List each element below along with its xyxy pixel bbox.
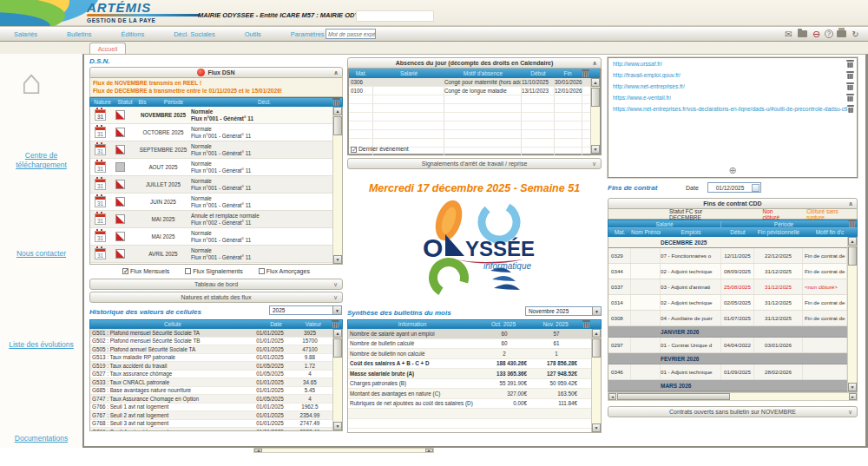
- flux-dsn-panel-header[interactable]: Flux DSN ∧: [89, 67, 343, 78]
- delete-column[interactable]: [846, 220, 857, 228]
- table-row[interactable]: G768 : Seuil 3 avt nat logement01/01/202…: [90, 420, 332, 429]
- table-row[interactable]: G685 : Base avantages nature nourriture0…: [90, 387, 332, 396]
- print-icon[interactable]: [836, 29, 847, 39]
- password-input[interactable]: [326, 29, 376, 39]
- expand-icon[interactable]: ∨: [333, 281, 338, 288]
- horizontal-scrollbar[interactable]: ◄►: [608, 392, 858, 401]
- table-row[interactable]: Nombre de bulletin non calculé21: [348, 349, 591, 359]
- help-icon[interactable]: ?: [825, 30, 833, 38]
- collapse-icon[interactable]: ∧: [592, 60, 597, 67]
- trash-icon[interactable]: [332, 320, 339, 328]
- trash-icon[interactable]: [849, 220, 855, 227]
- month-select[interactable]: Novembre 2025▼: [525, 306, 602, 316]
- sidebar-link-telechargement[interactable]: Centre de téléchargement: [0, 151, 82, 170]
- vertical-scrollbar[interactable]: ▲▼: [591, 329, 601, 432]
- natures-statuts-bar[interactable]: Natures et statuts des flux∨: [89, 292, 343, 303]
- trash-icon[interactable]: [847, 82, 853, 90]
- table-row[interactable]: G505 : Plafond annuel Sécurité Sociale T…: [90, 345, 332, 354]
- trash-icon[interactable]: [848, 105, 853, 113]
- checkbox-icon[interactable]: [259, 268, 265, 274]
- chevron-down-icon[interactable]: ▼: [592, 307, 601, 315]
- content-horizontal-scrollbar[interactable]: ◄ ►: [253, 448, 434, 453]
- sidebar-link-contacter[interactable]: Nous contacter: [0, 249, 82, 259]
- col-mat[interactable]: Mat.: [608, 229, 631, 235]
- chevron-down-icon[interactable]: ▼: [332, 306, 341, 314]
- collapse-icon[interactable]: ∧: [848, 200, 853, 207]
- plus-icon[interactable]: ⊕: [728, 165, 736, 175]
- menu-parametres[interactable]: Paramètres: [291, 30, 325, 38]
- table-row[interactable]: 034402 - Adjoint technique08/09/202531/1…: [608, 264, 847, 279]
- table-row[interactable]: 031402 - Adjoint technique02/05/202531/1…: [608, 295, 847, 311]
- absences-panel-header[interactable]: Absences du jour (décompte des droits en…: [347, 57, 602, 69]
- trash-icon[interactable]: [847, 94, 853, 102]
- expand-icon[interactable]: ∨: [592, 161, 596, 167]
- col-motif[interactable]: Motif d'absence: [444, 70, 522, 76]
- filter-flux-amorcages[interactable]: Flux Amorçages: [259, 268, 310, 275]
- table-row[interactable]: 31NOVEMBRE 2025NormaleFlux n°001 - Génér…: [90, 107, 332, 124]
- tableau-de-bord-bar[interactable]: Tableau de bord∨: [89, 279, 343, 290]
- contrats-ouverts-bar[interactable]: Contrats ouverts sans bulletin sur NOVEM…: [608, 406, 858, 417]
- col-mat[interactable]: Mat.: [349, 70, 373, 76]
- table-row[interactable]: 31OCTOBRE 2025NormaleFlux n°001 - Généra…: [90, 124, 332, 141]
- table-row[interactable]: 0306Congé pour maternité (hors adop11/10…: [349, 78, 590, 87]
- table-row[interactable]: 029701 - Contrat Unique d04/04/202203/01…: [608, 338, 847, 353]
- folder-icon[interactable]: [797, 29, 808, 39]
- table-row[interactable]: G766 : Seuil 1 avt nat logement01/01/202…: [90, 404, 332, 412]
- refresh-icon[interactable]: ↻: [850, 29, 861, 39]
- menu-decl-sociales[interactable]: Décl. Sociales: [174, 30, 215, 38]
- table-row[interactable]: G502 : Plafond mensuel Sécurité Sociale …: [90, 338, 332, 346]
- fins-cdd-header[interactable]: Fins de contrat CDD ∧: [608, 198, 858, 209]
- col-emplois[interactable]: Emplois: [661, 229, 721, 235]
- table-row[interactable]: G519 : Taux accident du travail01/05/202…: [90, 362, 332, 371]
- table-row[interactable]: 032907 - Fonctionnaires o12/11/202522/12…: [608, 248, 847, 264]
- col-debut[interactable]: Début: [522, 70, 555, 76]
- vertical-scrollbar[interactable]: ▲▼: [847, 237, 857, 391]
- calendar-picker-icon[interactable]: [752, 184, 760, 192]
- table-row[interactable]: Nombre de salarié ayant un emploi6057: [348, 329, 591, 339]
- checkbox-checked-icon[interactable]: [351, 147, 357, 153]
- date-input[interactable]: 01/12/2025: [707, 182, 761, 193]
- expand-icon[interactable]: ∨: [333, 294, 338, 301]
- table-row[interactable]: 034601 - Adjoint technique01/09/202528/0…: [608, 364, 847, 380]
- trash-icon[interactable]: [582, 69, 589, 77]
- menu-salaries[interactable]: Salariés: [14, 30, 37, 38]
- table-row[interactable]: G501 : Plafond mensuel Sécurité Sociale …: [90, 329, 332, 338]
- delete-column[interactable]: [331, 98, 342, 107]
- table-row[interactable]: 31MAI 2025Annule et remplace normaleFlux…: [90, 211, 332, 228]
- trash-icon[interactable]: [847, 60, 853, 68]
- table-row[interactable]: Montant des avantages en nature (C)327.0…: [348, 389, 591, 399]
- col-nom-prenom[interactable]: Nom Prénom: [631, 229, 661, 235]
- sidebar-link-documentations[interactable]: Documentations: [0, 434, 82, 443]
- table-row[interactable]: G747 : Taux Assurance Chomage en Option0…: [90, 395, 332, 404]
- col-fin-previsionnelle[interactable]: Fin pévisionnelle: [754, 229, 803, 235]
- table-row[interactable]: 033703 - Adjoint d'animati25/08/202531/1…: [608, 279, 847, 295]
- table-row[interactable]: 31JUILLET 2025NormaleFlux n°001 - Généra…: [90, 176, 332, 194]
- mail-icon[interactable]: ✉: [783, 29, 794, 39]
- trash-icon[interactable]: [847, 71, 853, 79]
- menu-bulletins[interactable]: Bulletins: [67, 30, 91, 38]
- signalements-bar[interactable]: Signalements d'arrêt de travail / repris…: [347, 158, 602, 169]
- delete-column[interactable]: [581, 320, 592, 329]
- table-row[interactable]: 31MAI 2025NormaleFlux n°001 - Générat° 1…: [90, 228, 332, 246]
- travail-emploi-link[interactable]: http://travail-emploi.gouv.fr/: [613, 72, 681, 78]
- table-row[interactable]: 0100Congé de longue maladie13/11/202312/…: [349, 87, 590, 95]
- table-row[interactable]: Rubriques de net ajoutées au coût des sa…: [348, 399, 591, 410]
- col-debut[interactable]: Début: [721, 229, 754, 235]
- dernier-evenement-filter[interactable]: Dernier événement: [351, 146, 409, 153]
- vertical-scrollbar[interactable]: ▲▼: [332, 107, 342, 264]
- table-row[interactable]: 31JUIN 2025NormaleFlux n°001 - Générat° …: [90, 194, 332, 211]
- col-salarie[interactable]: Salarié: [373, 70, 444, 76]
- filter-flux-mensuels[interactable]: Flux Mensuels: [122, 268, 169, 275]
- table-row[interactable]: G767 : Seuil 2 avt nat logement01/01/202…: [90, 411, 332, 420]
- filter-flux-signalements[interactable]: Flux Signalements: [185, 268, 243, 275]
- table-row[interactable]: G769 : Seuil 4 avt nat logement01/01/202…: [90, 428, 332, 431]
- table-row[interactable]: G527 : Taux assurance chômage01/05/20254: [90, 371, 332, 379]
- net-entreprises-link[interactable]: http://www.net-entreprises.fr/: [613, 83, 685, 89]
- menu-editions[interactable]: Éditions: [121, 30, 144, 38]
- year-select[interactable]: 2025▼: [269, 305, 342, 315]
- remove-icon[interactable]: ⊖: [811, 29, 822, 39]
- expand-icon[interactable]: ∨: [848, 409, 852, 416]
- e-ventail-link[interactable]: https://www.e-ventail.fr/: [613, 95, 671, 101]
- table-row[interactable]: Coût des salaires A + B - C + D188 430.2…: [348, 359, 591, 370]
- precontrole-link[interactable]: https://www.net-entreprises.fr/vos-decla…: [613, 106, 848, 112]
